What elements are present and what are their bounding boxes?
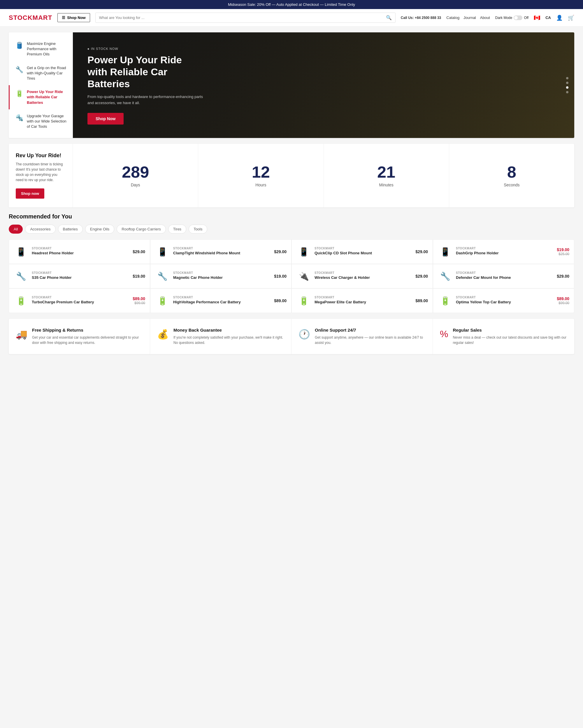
nav-journal[interactable]: Journal bbox=[464, 16, 476, 20]
sidebar-item-tires-text: Get a Grip on the Road with High-Quality… bbox=[27, 65, 67, 81]
product-brand: STOCKMART bbox=[32, 271, 129, 275]
product-info: STOCKMART HighVoltage Performance Car Ba… bbox=[173, 296, 271, 306]
product-image: 🔌 bbox=[297, 269, 311, 284]
feature-text: Free Shipping & Returns Get your car and… bbox=[32, 328, 143, 345]
product-price: $19.00 bbox=[274, 274, 286, 279]
nav-about[interactable]: About bbox=[480, 16, 490, 20]
batteries-icon: 🔋 bbox=[16, 90, 23, 98]
product-info: STOCKMART TurboCharge Premium Car Batter… bbox=[32, 296, 129, 306]
product-card[interactable]: 🔋 STOCKMART TurboCharge Premium Car Batt… bbox=[9, 289, 150, 313]
product-image: 📱 bbox=[438, 244, 452, 259]
product-card[interactable]: 🔌 STOCKMART Wireless Car Charger & Holde… bbox=[292, 264, 433, 288]
header-shop-now-label: Shop Now bbox=[67, 16, 86, 20]
country-flag: 🇨🇦 bbox=[534, 15, 540, 21]
feature-text: Online Support 24/7 Get support anytime,… bbox=[315, 328, 425, 345]
hero-dot-4[interactable] bbox=[566, 91, 568, 93]
feature-desc: Get support anytime, anywhere — our onli… bbox=[315, 335, 425, 345]
product-card[interactable]: 🔧 STOCKMART Defender Car Mount for Phone… bbox=[433, 264, 574, 288]
feature-card-2: 🕐 Online Support 24/7 Get support anytim… bbox=[292, 319, 433, 354]
feature-card-1: 💰 Money Back Guarantee If you're not com… bbox=[150, 319, 292, 354]
filter-tools[interactable]: Tools bbox=[189, 225, 207, 234]
dark-mode-toggle: Dark Mode Off bbox=[495, 16, 528, 20]
logo[interactable]: STOCKMART bbox=[9, 14, 52, 22]
filter-accessories[interactable]: Accessories bbox=[25, 225, 55, 234]
product-info: STOCKMART S35 Car Phone Holder bbox=[32, 271, 129, 281]
product-prices: $19.00 $25.00 bbox=[557, 247, 569, 256]
product-orig-price: $25.00 bbox=[558, 252, 569, 256]
sidebar-item-batteries[interactable]: 🔋 Power Up Your Ride with Reliable Car B… bbox=[9, 85, 73, 109]
countdown-seconds: 8 Seconds bbox=[449, 144, 574, 207]
product-name: Wireless Car Charger & Holder bbox=[314, 275, 412, 280]
product-brand: STOCKMART bbox=[173, 271, 271, 275]
product-info: STOCKMART Defender Car Mount for Phone bbox=[456, 271, 553, 281]
call-us-label: Call Us: bbox=[401, 16, 414, 20]
search-bar: 🔍 bbox=[95, 12, 395, 23]
hero-badge: IN STOCK NOW bbox=[87, 47, 118, 50]
countdown-seconds-label: Seconds bbox=[504, 183, 520, 187]
sidebar-item-batteries-text: Power Up Your Ride with Reliable Car Bat… bbox=[27, 89, 67, 105]
countdown-days-number: 289 bbox=[122, 164, 149, 180]
filter-tires[interactable]: Tires bbox=[168, 225, 186, 234]
sidebar-item-tires[interactable]: 🔧 Get a Grip on the Road with High-Quali… bbox=[9, 61, 73, 85]
product-prices: $29.00 bbox=[133, 250, 145, 254]
sidebar-item-oils[interactable]: 🛢️ Maximize Engine Performance with Prem… bbox=[9, 37, 73, 61]
feature-text: Money Back Guarantee If you're not compl… bbox=[173, 328, 284, 345]
hero-dot-1[interactable] bbox=[566, 77, 568, 79]
filter-engine-oils[interactable]: Engine Oils bbox=[85, 225, 114, 234]
nav-catalog[interactable]: Catalog bbox=[446, 16, 460, 20]
sidebar-item-oils-text: Maximize Engine Performance with Premium… bbox=[27, 41, 67, 57]
filter-all[interactable]: All bbox=[9, 225, 23, 234]
filter-batteries[interactable]: Batteries bbox=[58, 225, 83, 234]
tools-icon: 🔩 bbox=[16, 114, 23, 122]
product-card[interactable]: 📱 STOCKMART Headrest Phone Holder $29.00 bbox=[9, 240, 150, 264]
hero-description: From top-quality tools and hardware to p… bbox=[87, 94, 204, 106]
product-grid: 📱 STOCKMART Headrest Phone Holder $29.00… bbox=[9, 239, 574, 313]
product-name: MegaPower Elite Car Battery bbox=[314, 300, 412, 305]
product-info: STOCKMART Wireless Car Charger & Holder bbox=[314, 271, 412, 281]
product-card[interactable]: 🔋 STOCKMART Optima Yellow Top Car Batter… bbox=[433, 289, 574, 313]
countdown-boxes: 289 Days 12 Hours 21 Minutes 8 Seconds bbox=[73, 144, 574, 207]
product-card[interactable]: 📱 STOCKMART QuickClip CD Slot Phone Moun… bbox=[292, 240, 433, 264]
feature-card-0: 🚚 Free Shipping & Returns Get your car a… bbox=[9, 319, 150, 354]
top-banner: Midseason Sale: 20% Off — Auto Applied a… bbox=[0, 0, 583, 9]
hero-dot-2[interactable] bbox=[566, 82, 568, 84]
countdown-section: Rev Up Your Ride! The countdown timer is… bbox=[9, 144, 574, 207]
dark-mode-switch[interactable] bbox=[513, 16, 522, 20]
feature-desc: Never miss a deal — check out our latest… bbox=[453, 335, 567, 345]
countdown-cta-button[interactable]: Shop now bbox=[16, 188, 44, 199]
product-price: $89.00 bbox=[274, 298, 286, 303]
product-card[interactable]: 🔧 STOCKMART S35 Car Phone Holder $19.00 bbox=[9, 264, 150, 288]
product-image: 📱 bbox=[14, 244, 28, 259]
nav-links: Catalog Journal About bbox=[446, 16, 490, 20]
filter-rooftop[interactable]: Rooftop Cargo Carriers bbox=[117, 225, 166, 234]
product-card[interactable]: 🔧 STOCKMART Magnetic Car Phone Holder $1… bbox=[150, 264, 291, 288]
product-info: STOCKMART Optima Yellow Top Car Battery bbox=[456, 296, 553, 306]
product-orig-price: $99.00 bbox=[558, 301, 569, 305]
product-name: TurboCharge Premium Car Battery bbox=[32, 300, 129, 305]
product-info: STOCKMART DashGrip Phone Holder bbox=[456, 247, 553, 257]
header-shop-now-button[interactable]: ☰ Shop Now bbox=[57, 13, 90, 22]
product-card[interactable]: 📱 STOCKMART DashGrip Phone Holder $19.00… bbox=[433, 240, 574, 264]
search-input[interactable] bbox=[99, 16, 384, 20]
country-code[interactable]: CA bbox=[546, 16, 551, 20]
countdown-hours: 12 Hours bbox=[198, 144, 324, 207]
cart-icon-button[interactable]: 🛒 bbox=[568, 15, 574, 21]
product-info: STOCKMART Headrest Phone Holder bbox=[32, 247, 129, 257]
product-card[interactable]: 🔋 STOCKMART HighVoltage Performance Car … bbox=[150, 289, 291, 313]
product-image: 🔧 bbox=[155, 269, 170, 284]
product-brand: STOCKMART bbox=[314, 296, 412, 299]
product-brand: STOCKMART bbox=[32, 296, 129, 299]
hero-cta-button[interactable]: Shop Now bbox=[87, 113, 123, 125]
hero-sidebar: 🛢️ Maximize Engine Performance with Prem… bbox=[9, 32, 73, 138]
product-card[interactable]: 📱 STOCKMART ClampTight Windshield Phone … bbox=[150, 240, 291, 264]
hero-dot-3[interactable] bbox=[566, 86, 568, 89]
product-card[interactable]: 🔋 STOCKMART MegaPower Elite Car Battery … bbox=[292, 289, 433, 313]
product-prices: $29.00 bbox=[415, 250, 428, 254]
sidebar-item-tools[interactable]: 🔩 Upgrade Your Garage with our Wide Sele… bbox=[9, 109, 73, 134]
search-icon[interactable]: 🔍 bbox=[386, 15, 392, 20]
user-icon-button[interactable]: 👤 bbox=[556, 15, 563, 21]
product-price: $29.00 bbox=[133, 250, 145, 254]
product-prices: $29.00 bbox=[274, 250, 286, 254]
product-price: $29.00 bbox=[415, 274, 428, 279]
product-image: 🔋 bbox=[297, 293, 311, 308]
